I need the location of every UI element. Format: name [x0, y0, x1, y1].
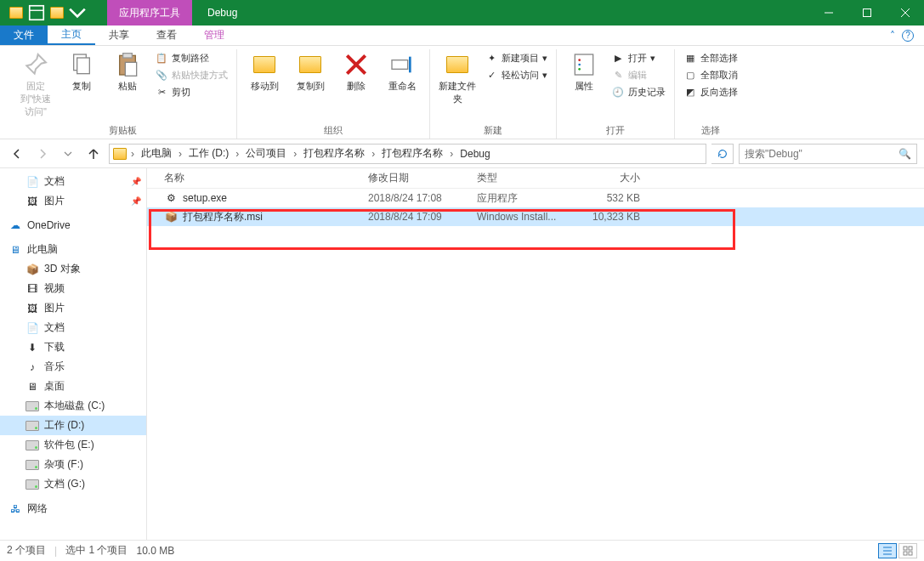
tree-icon: 🖼	[26, 195, 39, 208]
tree-item[interactable]: 软件包 (E:)	[0, 435, 146, 455]
crumb[interactable]: Debug	[457, 148, 492, 160]
new-item-button[interactable]: ✦新建项目 ▾	[485, 51, 547, 65]
nav-recent-button[interactable]	[58, 144, 78, 164]
file-icon: 📦	[164, 210, 178, 224]
tree-icon: 🖼	[26, 302, 39, 315]
crumb[interactable]: 工作 (D:)	[186, 146, 231, 161]
tree-icon: 📦	[26, 263, 39, 276]
tree-item[interactable]: ♪音乐	[0, 357, 146, 377]
nav-back-button[interactable]	[7, 144, 27, 164]
tree-item[interactable]: 本地磁盘 (C:)	[0, 396, 146, 416]
copy-to-button[interactable]: 复制到	[292, 51, 329, 93]
history-button[interactable]: 🕘历史记录	[611, 85, 666, 99]
qat-properties-icon[interactable]	[27, 3, 46, 22]
tree-icon: 📄	[26, 175, 39, 189]
col-name[interactable]: 名称	[147, 171, 368, 185]
column-headers[interactable]: 名称 修改日期 类型 大小	[147, 168, 924, 189]
ribbon-tabs: 文件 主页 共享 查看 管理 ˄ ?	[0, 26, 924, 46]
breadcrumb[interactable]: › 此电脑› 工作 (D:)› 公司项目› 打包程序名称› 打包程序名称› De…	[109, 144, 706, 164]
tree-item-thispc[interactable]: 🖥此电脑	[0, 240, 146, 259]
tree-item[interactable]: 🖼图片	[0, 298, 146, 318]
invert-icon: ◩	[683, 85, 697, 99]
tree-item[interactable]: 📄文档📌	[0, 172, 146, 191]
file-list: 名称 修改日期 类型 大小 ⚙setup.exe2018/8/24 17:08应…	[147, 168, 924, 540]
tree-item[interactable]: ⬇下载	[0, 337, 146, 357]
tree-icon: ♪	[26, 360, 39, 374]
select-all-button[interactable]: ▦全部选择	[683, 51, 738, 65]
tree-item[interactable]: 🖥桌面	[0, 377, 146, 396]
select-none-button[interactable]: ▢全部取消	[683, 68, 738, 82]
open-icon: ▶	[611, 51, 625, 65]
copy-path-button[interactable]: 📋复制路径	[155, 51, 228, 65]
group-select-label: 选择	[701, 124, 720, 139]
pin-quick-access-button[interactable]: 固定到"快速访问"	[17, 51, 54, 118]
folder-icon	[7, 3, 26, 22]
new-folder-button[interactable]: 新建文件夹	[439, 51, 476, 105]
easy-access-button[interactable]: ✓轻松访问 ▾	[485, 68, 547, 82]
open-button[interactable]: ▶打开 ▾	[611, 51, 666, 65]
delete-icon	[343, 51, 370, 78]
col-size[interactable]: 大小	[581, 171, 649, 185]
svg-point-17	[578, 64, 581, 66]
view-details-button[interactable]	[878, 543, 897, 558]
maximize-button[interactable]	[847, 0, 886, 26]
path-icon: 📋	[155, 51, 168, 65]
tree-item[interactable]: 🖼图片📌	[0, 191, 146, 211]
crumb[interactable]: 打包程序名称	[379, 146, 445, 161]
view-icons-button[interactable]	[898, 543, 917, 558]
copy-button[interactable]: 复制	[63, 51, 100, 93]
nav-up-button[interactable]	[83, 144, 104, 164]
refresh-button[interactable]	[711, 144, 734, 164]
tree-icon: 🖥	[26, 380, 39, 394]
rename-button[interactable]: 重命名	[383, 51, 421, 93]
minimize-button[interactable]	[809, 0, 847, 26]
tab-manage[interactable]: 管理	[190, 26, 238, 45]
svg-rect-25	[909, 552, 912, 555]
tree-item[interactable]: 🎞视频	[0, 279, 146, 298]
tree-item[interactable]: 工作 (D:)	[0, 416, 146, 435]
tab-share[interactable]: 共享	[95, 26, 143, 45]
svg-rect-15	[575, 54, 592, 75]
tree-item-onedrive[interactable]: ☁OneDrive	[0, 216, 146, 235]
chevron-right-icon[interactable]: ›	[128, 148, 137, 160]
tree-item-network[interactable]: 🖧网络	[0, 499, 146, 518]
nav-forward-button[interactable]	[32, 144, 53, 164]
properties-button[interactable]: 属性	[565, 51, 603, 93]
tree-item[interactable]: 文档 (G:)	[0, 474, 146, 494]
col-date[interactable]: 修改日期	[368, 171, 477, 185]
move-to-button[interactable]: 移动到	[246, 51, 283, 93]
ribbon-collapse-icon[interactable]: ˄	[890, 30, 895, 42]
crumb[interactable]: 打包程序名称	[301, 146, 367, 161]
paste-shortcut-button[interactable]: 📎粘贴快捷方式	[155, 68, 228, 82]
invert-selection-button[interactable]: ◩反向选择	[683, 85, 738, 99]
search-box[interactable]: 🔍	[739, 144, 917, 164]
tree-icon: ⬇	[26, 341, 39, 354]
file-row[interactable]: 📦打包程序名称.msi2018/8/24 17:09Windows Instal…	[147, 207, 924, 226]
qat-dropdown-icon[interactable]	[68, 3, 87, 22]
tab-home[interactable]: 主页	[48, 26, 95, 45]
tab-file[interactable]: 文件	[0, 26, 48, 45]
edit-button[interactable]: ✎编辑	[611, 68, 666, 82]
file-row[interactable]: ⚙setup.exe2018/8/24 17:08应用程序532 KB	[147, 189, 924, 207]
search-input[interactable]	[745, 148, 893, 160]
paste-button[interactable]: 粘贴	[109, 51, 146, 93]
tree-item[interactable]: 📄文档	[0, 318, 146, 337]
tree-item[interactable]: 杂项 (F:)	[0, 455, 146, 474]
pin-icon: 📌	[131, 177, 141, 186]
search-icon[interactable]: 🔍	[898, 148, 911, 160]
paste-icon	[114, 51, 141, 78]
navigation-pane[interactable]: 📄文档📌🖼图片📌☁OneDrive🖥此电脑📦3D 对象🎞视频🖼图片📄文档⬇下载♪…	[0, 168, 147, 540]
qat-new-folder-icon[interactable]	[48, 3, 66, 22]
pin-icon	[22, 51, 49, 78]
close-button[interactable]	[886, 0, 924, 26]
crumb[interactable]: 此电脑	[139, 146, 174, 161]
crumb[interactable]: 公司项目	[243, 146, 289, 161]
help-icon[interactable]: ?	[902, 30, 914, 42]
scissors-icon: ✂	[155, 85, 168, 99]
delete-button[interactable]: 删除	[337, 51, 375, 93]
tab-view[interactable]: 查看	[143, 26, 190, 45]
tree-item[interactable]: 📦3D 对象	[0, 259, 146, 279]
group-clipboard-label: 剪贴板	[109, 124, 137, 139]
col-type[interactable]: 类型	[477, 171, 581, 185]
cut-button[interactable]: ✂剪切	[155, 85, 228, 99]
